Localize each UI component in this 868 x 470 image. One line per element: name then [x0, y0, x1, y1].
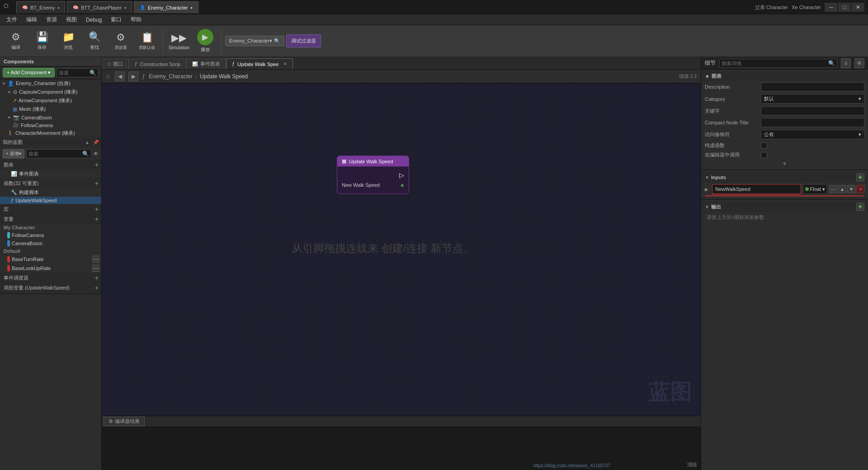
details-search-input[interactable] [722, 61, 828, 66]
add-component-button[interactable]: + Add Component ▾ [3, 68, 55, 77]
add-function-button[interactable]: + [95, 180, 99, 187]
tree-baseturnrate[interactable]: BaseTurnRate — [0, 255, 101, 264]
graph-section-header[interactable]: ▼ 图表 [701, 71, 868, 81]
exec-out-pin[interactable]: ▷ [399, 171, 404, 179]
simulation-button[interactable]: ▶▶ Simulation [167, 28, 191, 55]
menu-window[interactable]: 窗口 [106, 14, 126, 25]
component-search-box[interactable]: 🔍 [57, 68, 99, 77]
input-delete-button[interactable]: ✕ [856, 185, 864, 193]
pure-virtual-checkbox[interactable] [761, 142, 767, 149]
maximize-button[interactable]: □ [838, 3, 851, 12]
tree-update-walk-speed[interactable]: ƒ UpdateWalkSpeed [0, 197, 101, 204]
description-value[interactable] [761, 82, 864, 91]
class-defaults-button[interactable]: 📋 类默认值 [135, 28, 159, 55]
close-button[interactable]: ✕ [852, 3, 864, 12]
menu-help[interactable]: 帮助 [126, 14, 146, 25]
section-graphs-header[interactable]: 图表 + [0, 160, 101, 170]
compact-node-title-value[interactable] [761, 118, 864, 127]
compiler-icon: ⚙ [108, 418, 113, 424]
class-settings-button[interactable]: ⚙ 类设置 [108, 28, 133, 55]
tab-btt-chaseplayer[interactable]: 🧠 BTT_ChasePlayer• [67, 1, 132, 13]
clear-button[interactable]: 清除 [687, 461, 697, 468]
compiler-results-tab[interactable]: ⚙ 编译器结果 [104, 417, 145, 426]
collapse-arrow[interactable]: ▼ [701, 160, 868, 168]
baseturnrate-minus-btn[interactable]: — [92, 256, 99, 263]
menu-file[interactable]: 文件 [2, 14, 22, 25]
tree-followcamera-var[interactable]: FollowCamera [0, 231, 101, 239]
tab-viewport[interactable]: □ 视口 [102, 58, 129, 69]
add-var-button[interactable]: + [95, 215, 99, 223]
tree-capsule[interactable]: ▼ ⊙ CapsuleComponent (继承) [0, 88, 101, 96]
capsule-icon: ⊙ [13, 89, 17, 95]
add-input-button[interactable]: + [856, 173, 864, 181]
update-walk-speed-node[interactable]: ▦ Update Walk Speed ▷ New Walk Speed ● [337, 156, 409, 194]
access-modifier-dropdown[interactable]: 公有 ▾ [761, 130, 864, 139]
view-options-icon[interactable]: 👁 [93, 151, 99, 157]
section-macros-header[interactable]: 宏 + [0, 204, 101, 214]
tree-enemy-character[interactable]: ▼ 👤 Enemy_Character (自身) [0, 79, 101, 88]
details-eye-button[interactable]: 👁 [854, 58, 864, 68]
add-localvar-button[interactable]: + [95, 284, 99, 291]
input-name-field[interactable] [712, 184, 801, 194]
menu-asset[interactable]: 资源 [42, 14, 61, 25]
play-button[interactable]: ▶ 播放 [193, 28, 217, 55]
menu-edit[interactable]: 编辑 [22, 14, 42, 25]
tab-enemy-character[interactable]: 👤 Enemy_Character• [134, 1, 198, 13]
add-dispatcher-button[interactable]: + [95, 274, 99, 281]
tree-mesh[interactable]: ▦ Mesh (继承) [0, 105, 101, 114]
menu-debug[interactable]: Debug [81, 14, 106, 25]
category-dropdown[interactable]: 默认 ▾ [761, 94, 864, 104]
menu-view[interactable]: 视图 [61, 14, 81, 25]
breadcrumb-root[interactable]: Enemy_Character [149, 73, 193, 80]
input-up-button[interactable]: ▲ [838, 185, 846, 193]
add-macro-button[interactable]: + [95, 205, 99, 213]
details-search-box[interactable]: 🔍 [719, 59, 837, 68]
add-output-button[interactable]: + [856, 203, 864, 211]
my-blueprints-pin: 📌 [93, 140, 99, 145]
components-header: Components [0, 57, 101, 66]
debug-filter-button[interactable]: 调试过滤器 [286, 34, 321, 47]
float-pin[interactable]: ● [401, 181, 404, 189]
tab-update-walk[interactable]: ƒ Update Walk Spee ✕ [226, 58, 293, 69]
close-tab-icon[interactable]: ✕ [283, 61, 287, 67]
debug-target-dropdown[interactable]: Enemy_Character▾ 🔍 [225, 36, 284, 46]
tab-events[interactable]: 📊 事件图表 [186, 58, 226, 69]
section-functions-header[interactable]: 函数(32 可重置) + [0, 178, 101, 188]
tree-cameraboom-var[interactable]: CameraBoom [0, 239, 101, 247]
bookmark-icon[interactable]: ☆ [105, 73, 111, 80]
keyword-value[interactable] [761, 106, 864, 115]
browse-icon: 📁 [62, 31, 75, 43]
compile-button[interactable]: ⚙ 编译 [4, 28, 28, 55]
minimize-button[interactable]: ─ [825, 3, 837, 12]
call-in-editor-checkbox[interactable] [761, 152, 767, 158]
section-dispatchers-header[interactable]: 事件调度器 + [0, 273, 101, 283]
blueprint-search-input[interactable] [28, 151, 82, 157]
find-button[interactable]: 🔍 查找 [82, 28, 107, 55]
tree-arrow[interactable]: ↗ ArrowComponent (继承) [0, 96, 101, 105]
blueprint-canvas[interactable]: 从引脚拖拽连线来 创建/连接 新节点。 ▦ Update Walk Speed … [102, 83, 701, 416]
tree-baselookuprate[interactable]: BaseLookUpRate — [0, 264, 101, 273]
tab-bt-enemy[interactable]: 🧠 BT_Enemy• [16, 1, 65, 13]
section-vars-header[interactable]: 变量 + [0, 214, 101, 224]
blueprint-search-box[interactable]: 🔍 [26, 149, 91, 158]
input-type-dropdown[interactable]: Float ▾ [803, 184, 827, 194]
component-search-input[interactable] [59, 70, 90, 76]
input-minus-button[interactable]: — [829, 185, 837, 193]
save-button[interactable]: 💾 保存 [30, 28, 54, 55]
nav-forward-button[interactable]: ▶ [128, 71, 138, 81]
details-list-view-button[interactable]: ≡ [841, 58, 851, 68]
tree-charactermovement[interactable]: 🚶 CharacterMovement (继承) [0, 129, 101, 138]
nav-back-button[interactable]: ◀ [115, 71, 125, 81]
tree-construction-script[interactable]: 🔧 构建脚本 [0, 188, 101, 197]
baselookuprate-minus-btn[interactable]: — [92, 265, 99, 272]
tree-event-graph[interactable]: 📊 事件图表 [0, 170, 101, 178]
tree-cameraboom[interactable]: ▼ 📷 CameraBoom [0, 114, 101, 121]
section-localvars-header[interactable]: 局部变量 (UpdateWalkSpeed) + [0, 283, 101, 293]
new-blueprint-button[interactable]: + 新增▾ [3, 149, 24, 158]
tab-construction[interactable]: ƒ Construction Scrip [129, 58, 186, 69]
input-down-button[interactable]: ▼ [847, 185, 855, 193]
tree-followcamera[interactable]: 🎥 FollowCamera [0, 121, 101, 129]
my-blueprints-header[interactable]: 我的蓝图 ▲ 📌 [0, 138, 101, 147]
browse-button[interactable]: 📁 浏览 [56, 28, 80, 55]
add-graph-button[interactable]: + [95, 161, 99, 168]
